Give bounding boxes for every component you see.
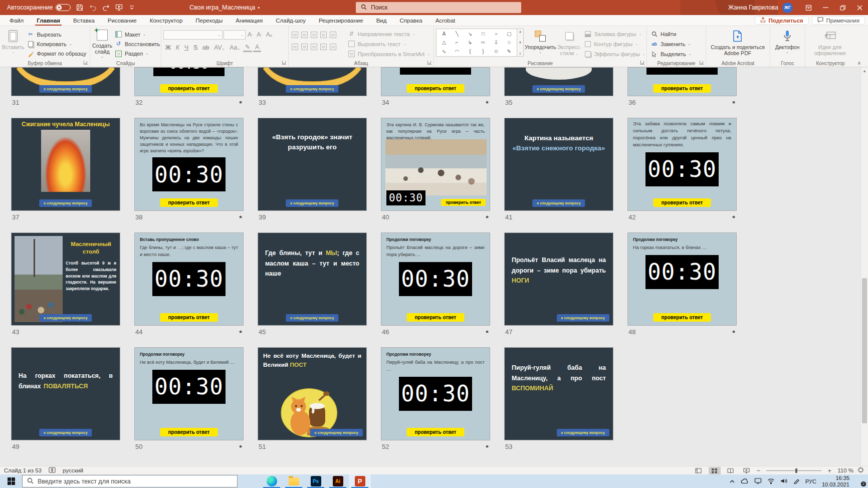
rounded-rectangle-shape-icon[interactable]: ▢ [507,31,511,37]
elbow-arrow-shape-icon[interactable]: ↳ [468,40,472,45]
undo-icon[interactable] [89,4,97,12]
document-title[interactable]: Своя игра_Масленица▾ [189,0,260,15]
tab-конструктор[interactable]: Конструктор [143,15,189,26]
line-shape-icon[interactable]: ╲ [456,31,459,37]
slide-thumbnail-40[interactable]: Эта картина И. В. Сурикова называется та… [381,118,490,211]
tab-вид[interactable]: Вид [370,15,393,26]
next-question-button[interactable]: к следующему вопросу [532,85,585,93]
font-color-button[interactable]: А [253,44,261,52]
check-answer-button[interactable]: проверить ответ [160,84,218,93]
check-answer-button[interactable]: проверить ответ [160,198,218,207]
justify-icon[interactable] [320,44,327,50]
down-arrow-shape-icon[interactable]: ⇩ [494,40,498,45]
check-answer-button[interactable]: проверить ответ [406,428,464,436]
decrease-indent-icon[interactable] [311,32,317,38]
elbow-connector-shape-icon[interactable]: ⌐ [456,40,459,45]
bullets-icon[interactable] [292,32,298,38]
customize-qat-icon[interactable] [128,4,136,12]
editing-dialog-launcher[interactable] [700,61,704,65]
tab-анимация[interactable]: Анимация [229,15,269,26]
onedrive-cloud-icon[interactable] [741,477,749,486]
ribbon-display-options-icon[interactable] [800,0,817,15]
check-answer-button[interactable]: проверить ответ [441,199,486,206]
slide-thumbnail-32[interactable]: 00:30проверить ответ [134,67,244,96]
slide-thumbnail-45[interactable]: Где блины, тут и МЫ; где с маслом каша –… [258,232,367,326]
wifi-icon[interactable] [767,477,775,486]
slide-thumbnail-33[interactable]: к следующему вопросу [258,67,367,96]
slide-thumbnail-34[interactable]: проверить ответ [381,67,490,96]
next-question-button[interactable]: к следующему вопросу [286,199,338,207]
clear-formatting-button[interactable]: А⌀ [264,31,274,38]
slide-thumbnail-44[interactable]: Вставь пропущенное словоГде блины, тут и… [134,232,244,326]
font-name-select[interactable]: ⌄ [163,30,223,40]
align-right-icon[interactable] [311,44,317,50]
next-question-button[interactable]: к следующему вопросу [557,429,609,436]
slide-thumbnail-49[interactable]: На горках покататься, в блинах ПОВАЛЯТЬС… [11,347,120,440]
shrink-font-button[interactable]: Аˇ [255,31,264,38]
font-dialog-launcher[interactable] [282,61,286,65]
increase-indent-icon[interactable] [320,32,327,38]
autosave-switch-icon[interactable] [56,4,71,11]
slide-thumbnail-41[interactable]: Картина называется «Взятие снежного горо… [504,118,613,211]
quick-styles-button[interactable]: Экспресс-стили ⌄ [557,29,581,59]
language-tray-indicator[interactable]: РУС [805,478,816,484]
share-button[interactable]: Поделиться [755,16,809,25]
pen-icon[interactable] [793,477,800,486]
fit-to-window-icon[interactable] [857,467,864,474]
tab-справка[interactable]: Справка [393,15,429,26]
textbox-shape-icon[interactable]: A [443,31,446,37]
taskbar-search-box[interactable]: Введите здесь текст для поиска [22,475,238,487]
shapes-gallery-scroll[interactable]: ▲▼≡ [517,29,524,57]
create-adobe-pdf-button[interactable]: Создать и поделитьсяAdobe PDF [708,29,767,59]
tab-слайд-шоу[interactable]: Слайд-шоу [269,15,312,26]
section-button[interactable]: Раздел⌄ [113,49,161,59]
shape-fill-button[interactable]: Заливка фигуры⌄ [582,29,647,39]
next-question-button[interactable]: к следующему вопросу [286,314,338,322]
font-size-select[interactable]: ⌄ [224,30,246,40]
next-question-button[interactable]: к следующему вопросу [532,199,585,207]
taskbar-app-explorer[interactable] [283,474,305,488]
clock[interactable]: 16:35 10.03.2021 [822,475,849,487]
arc-shape-icon[interactable]: ◠ [455,49,460,54]
next-question-button[interactable]: к следующему вопросу [310,429,363,436]
arrange-button[interactable]: Упорядочить⌄ [525,29,556,59]
next-question-button[interactable]: к следующему вопросу [39,314,92,322]
avatar[interactable]: ЖГ [782,3,793,13]
align-text-button[interactable]: Выровнять текст⌄ [346,39,431,49]
next-question-button[interactable]: к следующему вопросу [39,429,92,436]
strikethrough-button[interactable]: ab [200,44,211,51]
slide-thumbnail-50[interactable]: Продолжи поговоркуНе всё коту Масленица,… [134,347,244,440]
shape-outline-button[interactable]: Контур фигуры⌄ [582,39,647,49]
freeform-shape-icon[interactable]: ✎ [507,49,511,54]
start-button[interactable] [0,474,22,488]
oval-shape-icon[interactable]: ○ [495,31,498,37]
star-outline-shape-icon[interactable]: ✩ [494,49,498,54]
layout-button[interactable]: Макет⌄ [113,30,161,39]
scribble-shape-icon[interactable]: ∿ [442,49,446,54]
align-left-icon[interactable] [292,44,298,50]
shape-effects-button[interactable]: Эффекты фигуры⌄ [582,49,647,59]
brace-left-shape-icon[interactable]: { [469,49,471,54]
zoom-out-icon[interactable]: − [757,467,761,474]
arrow-line-shape-icon[interactable]: ↘ [468,31,472,37]
next-question-button[interactable]: к следующему вопросу [286,85,338,93]
slide-thumbnail-38[interactable]: Во время Масленицы на Руси строили стены… [134,118,244,211]
slide-thumbnail-37[interactable]: Сжигание чучела Масленицык следующему во… [11,118,120,211]
next-question-button[interactable]: к следующему вопросу [557,314,609,322]
display-cast-icon[interactable] [754,477,762,486]
zoom-in-icon[interactable]: + [827,467,831,474]
clipboard-dialog-launcher[interactable] [84,61,88,65]
check-answer-button[interactable]: проверить ответ [653,84,711,93]
slide-thumbnail-47[interactable]: Прольёт Власий маслеца на дороги – зиме … [504,232,613,326]
tab-файл[interactable]: Файл [3,15,30,26]
taskbar-app-powerpoint[interactable]: P [349,474,371,488]
grow-font-button[interactable]: Аˆ [246,31,255,38]
tab-вставка[interactable]: Вставка [67,15,101,26]
cut-button[interactable]: ✂ Вырезать [26,30,88,39]
columns-icon[interactable] [330,44,336,50]
copy-button[interactable]: Копировать⌄ [26,39,88,49]
tab-переходы[interactable]: Переходы [189,15,229,26]
slide-thumbnail-43[interactable]: Масленичный столбСтолб высотой 9 м и бол… [11,232,120,326]
shapes-gallery[interactable]: A╲↘□○▢△⌐↳⇨⇩☆∿◠{}✩✎ [436,29,517,57]
restore-button[interactable] [834,0,851,15]
